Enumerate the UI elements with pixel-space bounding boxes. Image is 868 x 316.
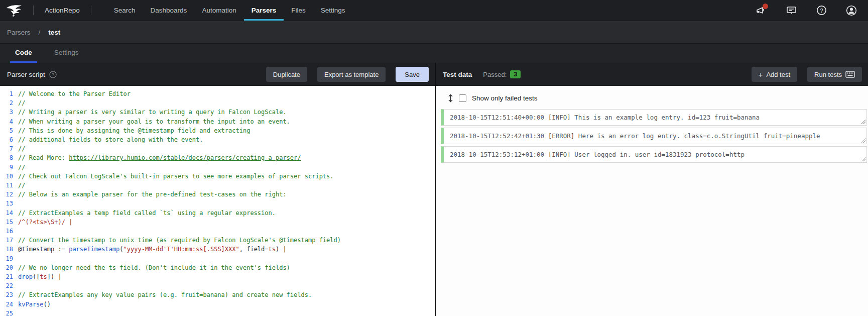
line-number: 16 <box>0 227 13 236</box>
test-case-row[interactable]: 2018-10-15T12:53:12+01:00 [INFO] User lo… <box>441 146 867 163</box>
nav-item-files[interactable]: Files <box>284 0 313 21</box>
main-split: Parser script ? Duplicate Export as temp… <box>0 63 868 316</box>
test-panel: Test data Passed: 3 + Add test Run tests <box>436 63 868 316</box>
code-line[interactable]: 7// <box>0 144 435 153</box>
test-case-text: 2018-10-15T12:51:40+00:00 [INFO] This is… <box>450 114 760 121</box>
nav-item-automation[interactable]: Automation <box>194 0 243 21</box>
code-text: // When writing a parser your goal is to… <box>18 117 290 126</box>
code-line[interactable]: 15/^(?<ts>\S+)/ | <box>0 218 435 227</box>
code-line[interactable]: 22 <box>0 281 435 290</box>
save-button[interactable]: Save <box>396 67 429 82</box>
code-line[interactable]: 25 <box>0 309 435 316</box>
show-failed-tests-checkbox[interactable] <box>459 94 466 102</box>
line-number: 12 <box>0 190 13 199</box>
code-text: // <box>18 98 25 108</box>
breadcrumb-parsers[interactable]: Parsers <box>7 29 31 36</box>
parser-panel: Parser script ? Duplicate Export as temp… <box>0 63 435 316</box>
top-nav: ActionRepo SearchDashboardsAutomationPar… <box>0 0 868 21</box>
line-number: 1 <box>0 89 13 98</box>
line-number: 18 <box>0 245 13 254</box>
code-line[interactable]: 20// We no longer need the ts field. (Do… <box>0 263 435 272</box>
resize-grip-icon[interactable] <box>861 120 865 124</box>
line-number: 22 <box>0 281 13 290</box>
code-text: // We no longer need the ts field. (Don'… <box>18 263 290 272</box>
keyboard-icon <box>845 71 855 78</box>
passed-count-badge: 3 <box>510 70 521 78</box>
line-number: 19 <box>0 254 13 263</box>
code-text: drop([ts]) | <box>18 272 62 281</box>
tab-settings[interactable]: Settings <box>49 44 84 63</box>
resize-grip-icon[interactable] <box>861 138 865 143</box>
export-as-template-button[interactable]: Export as template <box>317 67 386 82</box>
chat-icon[interactable] <box>786 5 797 16</box>
code-line[interactable]: 17// Convert the timestamp to unix time … <box>0 236 435 245</box>
code-line[interactable]: 5// This is done by assigning the @times… <box>0 126 435 135</box>
repo-name[interactable]: ActionRepo <box>35 0 90 21</box>
code-line[interactable]: 16 <box>0 227 435 236</box>
code-line[interactable]: 24kvParse() <box>0 300 435 309</box>
test-case-row[interactable]: 2018-10-15T12:52:42+01:30 [ERROR] Here i… <box>441 128 867 144</box>
code-line[interactable]: 1// Welcome to the Parser Editor <box>0 89 435 98</box>
line-number: 9 <box>0 163 13 172</box>
breadcrumb: Parsers / test <box>0 21 868 44</box>
code-line[interactable]: 14// ExtractExamples a temp field called… <box>0 208 435 218</box>
code-line[interactable]: 4// When writing a parser your goal is t… <box>0 117 435 126</box>
code-text: // Convert the timestamp to unix time (a… <box>18 236 341 245</box>
code-text: // Check out Falcon LogScale's built-in … <box>18 172 334 181</box>
code-text: // <box>18 144 25 153</box>
add-test-button[interactable]: + Add test <box>752 67 797 82</box>
code-line[interactable]: 23// ExtractExamples any key value pairs… <box>0 290 435 299</box>
code-line[interactable]: 2// <box>0 98 435 108</box>
code-line[interactable]: 12// Below is an example parser for the … <box>0 190 435 199</box>
tab-bar: CodeSettings <box>0 44 868 63</box>
line-number: 17 <box>0 236 13 245</box>
code-line[interactable]: 21drop([ts]) | <box>0 272 435 281</box>
nav-right-icons: ? <box>756 0 868 21</box>
tab-code[interactable]: Code <box>10 44 37 63</box>
code-line[interactable]: 3// Writing a parser is very similar to … <box>0 108 435 117</box>
nav-item-parsers[interactable]: Parsers <box>244 0 284 21</box>
crowdstrike-logo[interactable] <box>0 0 32 21</box>
code-line[interactable]: 13 <box>0 199 435 208</box>
show-failed-tests-label: Show only failed tests <box>472 94 538 102</box>
line-number: 4 <box>0 117 13 126</box>
parser-script-title: Parser script <box>7 71 45 78</box>
code-line[interactable]: 19 <box>0 254 435 263</box>
code-line[interactable]: 8// Read More: https://library.humio.com… <box>0 153 435 162</box>
nav-item-dashboards[interactable]: Dashboards <box>143 0 195 21</box>
line-number: 7 <box>0 144 13 153</box>
code-line[interactable]: 18@timestamp := parseTimestamp("yyyy-MM-… <box>0 245 435 254</box>
test-controls: Show only failed tests <box>448 94 868 102</box>
duplicate-button[interactable]: Duplicate <box>266 67 307 82</box>
code-text: // Read More: https://library.humio.com/… <box>18 153 301 162</box>
test-data-title: Test data <box>443 71 472 78</box>
parser-help-icon[interactable]: ? <box>49 71 57 78</box>
code-text: // ExtractExamples a temp field called `… <box>18 208 276 218</box>
expand-tests-icon[interactable] <box>448 94 453 102</box>
help-icon[interactable]: ? <box>816 5 827 16</box>
code-text: // This is done by assigning the @timest… <box>18 126 250 135</box>
code-line[interactable]: 9// <box>0 163 435 172</box>
run-tests-label: Run tests <box>814 71 842 78</box>
breadcrumb-current: test <box>48 29 60 36</box>
parser-toolbar: Parser script ? Duplicate Export as temp… <box>0 63 435 86</box>
nav-item-search[interactable]: Search <box>106 0 143 21</box>
account-icon[interactable] <box>846 5 857 16</box>
line-number: 14 <box>0 208 13 218</box>
line-number: 23 <box>0 290 13 299</box>
test-case-row[interactable]: 2018-10-15T12:51:40+00:00 [INFO] This is… <box>441 109 867 126</box>
code-line[interactable]: 6// additional fields to store along wit… <box>0 135 435 144</box>
nav-item-settings[interactable]: Settings <box>313 0 353 21</box>
code-line[interactable]: 11// <box>0 181 435 190</box>
svg-text:?: ? <box>820 8 823 14</box>
line-number: 2 <box>0 98 13 108</box>
code-text: // Below is an example parser for the pr… <box>18 190 287 199</box>
code-editor[interactable]: 1// Welcome to the Parser Editor2//3// W… <box>0 86 435 316</box>
code-text: // ExtractExamples any key value pairs (… <box>18 290 312 299</box>
run-tests-button[interactable]: Run tests <box>807 67 862 82</box>
code-line[interactable]: 10// Check out Falcon LogScale's built-i… <box>0 172 435 181</box>
announcements-icon[interactable] <box>756 5 767 16</box>
resize-grip-icon[interactable] <box>861 157 865 161</box>
line-number: 20 <box>0 263 13 272</box>
nav-separator <box>33 6 34 15</box>
